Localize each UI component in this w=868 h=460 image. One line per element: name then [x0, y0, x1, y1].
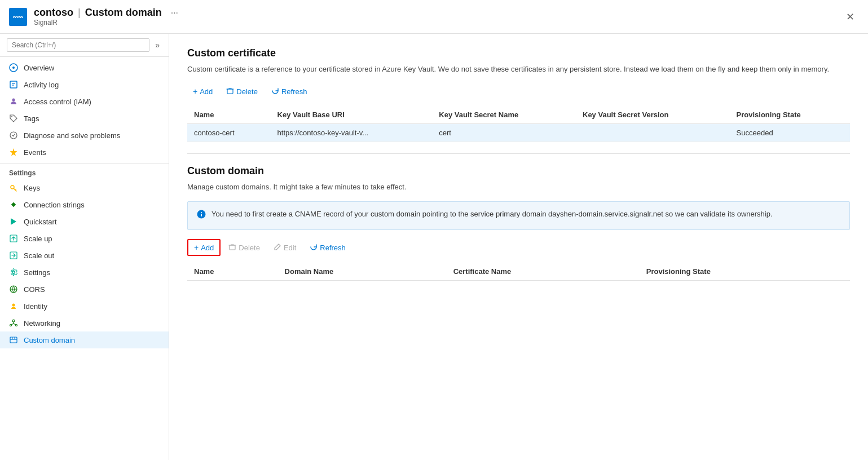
title-ellipsis[interactable]: ···	[171, 8, 178, 18]
svg-rect-17	[10, 337, 17, 343]
domain-add-button[interactable]: + Add	[187, 239, 221, 256]
sidebar-search-area: »	[0, 34, 169, 57]
domain-col-name: Name	[187, 263, 278, 281]
cors-icon	[9, 285, 18, 294]
sidebar-item-label: Tags	[24, 114, 39, 123]
sidebar-item-label: Quickstart	[24, 218, 57, 226]
cert-section-title: Custom certificate	[187, 47, 850, 59]
sidebar-item-label: CORS	[24, 285, 45, 294]
sidebar-item-label: Custom domain	[24, 336, 75, 344]
domain-table: Name Domain Name Certificate Name Provis…	[187, 263, 850, 281]
cert-table-row[interactable]: contoso-cert https://contoso-key-vault-v…	[187, 123, 850, 141]
custom-domain-icon	[9, 335, 18, 344]
domain-delete-button[interactable]: Delete	[223, 240, 266, 255]
sidebar-item-identity[interactable]: Identity	[0, 298, 169, 315]
delete-icon	[228, 243, 236, 253]
settings-section-label: Settings	[0, 163, 169, 179]
cert-col-secret-version: Key Vault Secret Version	[576, 106, 730, 124]
tags-icon	[9, 114, 18, 123]
quickstart-icon	[9, 217, 18, 226]
diagnose-icon	[9, 131, 18, 140]
resource-icon: www	[9, 8, 27, 26]
sidebar-item-label: Connection strings	[24, 201, 85, 209]
main-content: Custom certificate Custom certificate is…	[169, 34, 868, 460]
info-icon	[197, 209, 206, 223]
svg-rect-22	[230, 245, 235, 250]
refresh-icon	[310, 243, 318, 253]
domain-section: Custom domain Manage custom domains. It …	[187, 165, 850, 281]
edit-icon	[274, 243, 281, 253]
connection-strings-icon	[9, 200, 18, 209]
sidebar-item-label: Settings	[24, 268, 50, 277]
domain-col-provisioning: Provisioning State	[640, 263, 850, 281]
sidebar-item-label: Access control (IAM)	[24, 98, 91, 106]
resource-subtitle: SignalR	[34, 19, 178, 26]
cert-row-keyvault-uri: https://contoso-key-vault-v...	[271, 123, 433, 141]
domain-refresh-button[interactable]: Refresh	[304, 240, 351, 255]
cert-section: Custom certificate Custom certificate is…	[187, 47, 850, 142]
section-divider	[187, 153, 850, 154]
sidebar-item-custom-domain[interactable]: Custom domain	[0, 331, 169, 348]
cert-table: Name Key Vault Base URI Key Vault Secret…	[187, 106, 850, 142]
sidebar-item-overview[interactable]: Overview	[0, 59, 169, 76]
events-icon	[9, 148, 18, 157]
cert-refresh-button[interactable]: Refresh	[266, 84, 313, 99]
svg-rect-2	[10, 81, 17, 88]
sidebar-item-diagnose[interactable]: Diagnose and solve problems	[0, 127, 169, 144]
sidebar-item-scale-out[interactable]: Scale out	[0, 247, 169, 264]
sidebar-item-scale-up[interactable]: Scale up	[0, 230, 169, 247]
svg-rect-20	[201, 214, 202, 216]
sidebar-item-label: Diagnose and solve problems	[24, 131, 120, 140]
cert-row-secret-name: cert	[432, 123, 576, 141]
svg-rect-18	[227, 89, 233, 94]
cert-col-name: Name	[187, 106, 271, 124]
sidebar-item-label: Keys	[24, 184, 40, 192]
overview-icon	[9, 63, 18, 72]
domain-section-desc: Manage custom domains. It might take a f…	[187, 182, 850, 193]
add-icon: +	[194, 243, 199, 252]
sidebar-item-keys[interactable]: Keys	[0, 179, 169, 196]
sidebar-item-access-control[interactable]: Access control (IAM)	[0, 93, 169, 110]
delete-icon	[226, 87, 234, 96]
sidebar-item-label: Overview	[24, 64, 54, 72]
networking-icon	[9, 319, 18, 328]
sidebar-item-cors[interactable]: CORS	[0, 281, 169, 298]
sidebar-item-activity-log[interactable]: Activity log	[0, 76, 169, 93]
keys-icon	[9, 183, 18, 192]
svg-point-14	[12, 320, 15, 322]
add-icon: +	[193, 87, 197, 96]
cert-col-secret-name: Key Vault Secret Name	[432, 106, 576, 124]
domain-edit-button[interactable]: Edit	[268, 240, 302, 255]
sidebar-collapse-button[interactable]: »	[153, 38, 162, 52]
page-title: contoso | Custom domain ···	[34, 7, 178, 19]
scale-up-icon	[9, 234, 18, 243]
cert-col-keyvault-uri: Key Vault Base URI	[271, 106, 433, 124]
sidebar-item-label: Networking	[24, 319, 60, 328]
domain-toolbar: + Add Delete Edit	[187, 239, 850, 256]
domain-info-box: You need to first create a CNAME record …	[187, 201, 850, 230]
sidebar-item-networking[interactable]: Networking	[0, 315, 169, 331]
cert-toolbar: + Add Delete Refresh	[187, 84, 850, 99]
sidebar-item-label: Events	[24, 148, 46, 157]
sidebar-item-label: Activity log	[24, 81, 59, 89]
cert-row-secret-version	[576, 123, 730, 141]
sidebar-item-connection-strings[interactable]: Connection strings	[0, 196, 169, 213]
cert-col-provisioning: Provisioning State	[730, 106, 850, 124]
cert-section-desc: Custom certificate is a reference to you…	[187, 64, 850, 75]
sidebar-item-label: Identity	[24, 302, 47, 311]
sidebar-item-label: Scale out	[24, 251, 54, 260]
svg-point-13	[12, 304, 15, 307]
sidebar-item-quickstart[interactable]: Quickstart	[0, 213, 169, 230]
domain-info-text: You need to first create a CNAME record …	[212, 209, 773, 220]
cert-add-button[interactable]: + Add	[187, 84, 218, 99]
sidebar-item-tags[interactable]: Tags	[0, 110, 169, 127]
activity-log-icon	[9, 80, 18, 89]
svg-point-21	[201, 212, 202, 213]
sidebar-item-settings[interactable]: Settings	[0, 264, 169, 281]
sidebar-item-events[interactable]: Events	[0, 144, 169, 161]
search-input[interactable]	[7, 38, 149, 52]
access-control-icon	[9, 97, 18, 106]
domain-section-title: Custom domain	[187, 165, 850, 177]
close-button[interactable]: ✕	[841, 8, 859, 25]
cert-delete-button[interactable]: Delete	[221, 84, 263, 99]
